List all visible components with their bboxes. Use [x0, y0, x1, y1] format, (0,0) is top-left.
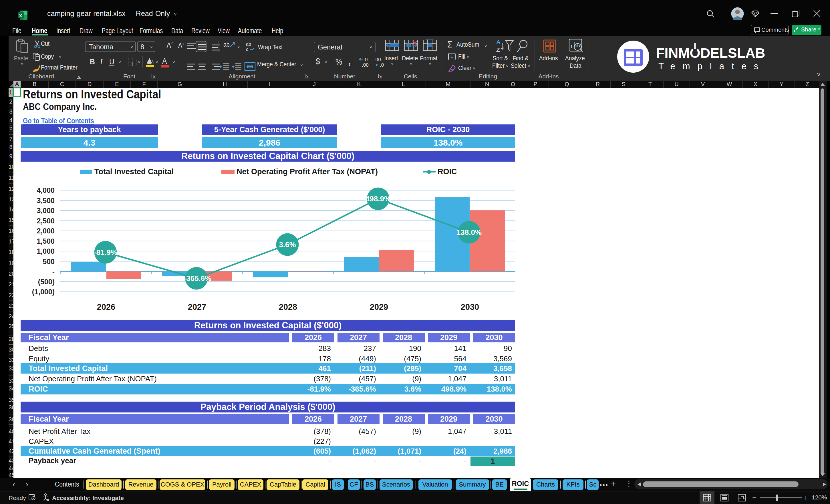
svg-text:-81.9%: -81.9%: [94, 248, 117, 257]
svg-text:.00: .00: [374, 57, 381, 62]
svg-text:-365.6%: -365.6%: [184, 274, 212, 283]
svg-text:2029: 2029: [370, 302, 388, 312]
svg-text:138.0%: 138.0%: [456, 228, 482, 237]
svg-text:(500): (500): [38, 278, 55, 286]
svg-text:Z: Z: [496, 46, 500, 53]
svg-text:Total Invested Capital: Total Invested Capital: [94, 167, 173, 176]
svg-text:3.6%: 3.6%: [279, 240, 296, 249]
svg-text:c: c: [246, 47, 248, 52]
svg-text:4,000: 4,000: [37, 186, 55, 194]
svg-text:1,500: 1,500: [37, 237, 55, 245]
svg-text:0: 0: [365, 57, 368, 62]
svg-text:.0: .0: [380, 62, 384, 68]
svg-text:2030: 2030: [461, 302, 479, 312]
svg-text:Net Operating Profit After Tax: Net Operating Profit After Tax (NOPAT): [236, 167, 378, 176]
svg-text:3,500: 3,500: [37, 196, 55, 204]
svg-text:2027: 2027: [188, 302, 206, 312]
svg-text:2026: 2026: [97, 302, 116, 312]
svg-text:2,000: 2,000: [37, 227, 55, 235]
svg-text:A: A: [496, 39, 501, 45]
svg-text:.00: .00: [362, 62, 369, 68]
svg-text:500: 500: [43, 257, 55, 265]
svg-text:2028: 2028: [279, 302, 297, 312]
svg-text:3,000: 3,000: [37, 207, 55, 215]
svg-text:-: -: [52, 267, 55, 276]
svg-text:2,500: 2,500: [37, 217, 55, 225]
svg-text:ROIC: ROIC: [438, 167, 457, 176]
svg-text:x: x: [19, 12, 22, 18]
svg-text:(1,000): (1,000): [32, 288, 55, 296]
svg-text:1,000: 1,000: [37, 247, 55, 255]
svg-text:498.9%: 498.9%: [365, 194, 391, 203]
svg-text:ab: ab: [246, 42, 251, 46]
